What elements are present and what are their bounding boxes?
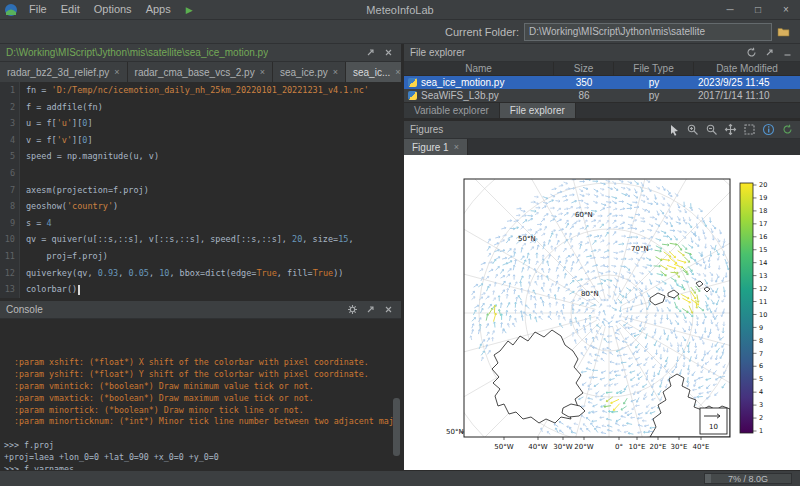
- console-title: Console: [6, 304, 43, 315]
- column-header[interactable]: Name: [404, 62, 554, 75]
- svg-text:15: 15: [759, 246, 767, 254]
- minimize-panel-icon[interactable]: [781, 46, 794, 59]
- panel-tab-variable-explorer[interactable]: Variable explorer: [404, 103, 500, 118]
- console-line: +proj=laea +lon_0=0 +lat_0=90 +x_0=0 +y_…: [4, 452, 401, 464]
- minimize-button[interactable]: ─: [716, 0, 744, 19]
- file-name: SeaWiFS_L3b.py: [421, 89, 499, 102]
- figure-canvas[interactable]: 50°N60°N70°N80°N 50°W40°W30°W20°W0°10°E2…: [404, 155, 800, 470]
- app-window: FileEditOptionsApps ▶ MeteoInfoLab ─□× C…: [0, 0, 800, 486]
- run-icon[interactable]: ▶: [178, 5, 201, 15]
- code-area[interactable]: 1fn = 'D:/Temp/nc/icemotion_daily_nh_25k…: [0, 82, 401, 298]
- menu-apps[interactable]: Apps: [139, 0, 178, 19]
- editor-tab[interactable]: radar_bz2_3d_relief.py×: [0, 62, 128, 82]
- tab-close-icon[interactable]: ×: [454, 142, 459, 152]
- maximize-button[interactable]: □: [744, 0, 772, 19]
- tab-close-icon[interactable]: ×: [114, 67, 119, 77]
- column-header[interactable]: File Type: [614, 62, 694, 75]
- svg-text:5: 5: [759, 375, 763, 383]
- line-number: 1: [0, 82, 20, 99]
- console-line: :param xshift: (*float*) X shift of the …: [4, 357, 401, 369]
- figures-title: Figures: [410, 124, 443, 135]
- editor-tab-strip: radar_bz2_3d_relief.py×radar_cma_base_vc…: [0, 62, 401, 82]
- editor-tab-label: radar_cma_base_vcs_2.py: [135, 67, 255, 78]
- line-number: 6: [0, 165, 20, 182]
- quiver-key: 10: [700, 408, 727, 434]
- settings-gear-icon[interactable]: [346, 303, 359, 316]
- refresh-icon[interactable]: [745, 46, 758, 59]
- identify-icon[interactable]: [762, 123, 775, 136]
- close-panel-icon[interactable]: [382, 303, 395, 316]
- editor-tab[interactable]: radar_cma_base_vcs_2.py×: [128, 62, 273, 82]
- file-date-modified: 2023/9/25 11:45: [694, 76, 800, 89]
- close-button[interactable]: ×: [772, 0, 800, 19]
- float-panel-icon[interactable]: [763, 46, 776, 59]
- console-line: >>> f.proj: [4, 440, 401, 452]
- svg-text:40°W: 40°W: [528, 443, 547, 451]
- svg-text:30°E: 30°E: [671, 443, 688, 451]
- menu-file[interactable]: File: [22, 0, 54, 19]
- float-panel-icon[interactable]: [364, 46, 377, 59]
- console-line: :param vmaxtick: (*boolean*) Draw maximu…: [4, 393, 401, 405]
- current-folder-input[interactable]: [524, 23, 772, 41]
- console-panel: Console :param xshift: (*float*) X shift…: [0, 298, 401, 470]
- cb-ticks: 2019181716151413121110987654321: [753, 181, 767, 435]
- svg-text:3: 3: [759, 401, 763, 409]
- app-icon: [4, 3, 18, 17]
- memory-indicator[interactable]: 7% / 8.0G: [704, 473, 792, 484]
- column-header[interactable]: Size: [554, 62, 614, 75]
- code-line: 5speed = np.magnitude(u, v): [0, 148, 401, 165]
- line-number: 13: [0, 281, 20, 298]
- file-row[interactable]: sea_ice_motion.py350py2023/9/25 11:45: [404, 76, 800, 89]
- code-line: 7axesm(projection=f.proj): [0, 182, 401, 199]
- console-line: [4, 428, 401, 440]
- code-line: 9s = 4: [0, 215, 401, 232]
- figures-header: Figures: [404, 121, 800, 139]
- close-panel-icon[interactable]: [382, 46, 395, 59]
- svg-text:50°N: 50°N: [518, 235, 536, 243]
- rotate-icon[interactable]: [781, 123, 794, 136]
- svg-text:18: 18: [759, 207, 767, 215]
- tab-close-icon[interactable]: ×: [395, 67, 400, 77]
- svg-text:30°W: 30°W: [553, 443, 572, 451]
- tab-close-icon[interactable]: ×: [333, 67, 338, 77]
- figure-tab[interactable]: Figure 1 ×: [404, 139, 468, 155]
- float-panel-icon[interactable]: [364, 303, 377, 316]
- code-line: 12quiverkey(qv, 0.93, 0.05, 10, bbox=dic…: [0, 265, 401, 282]
- code-line: 10qv = quiver(u[::s,::s], v[::s,::s], sp…: [0, 231, 401, 248]
- menu-edit[interactable]: Edit: [54, 0, 87, 19]
- code-line: 2f = addfile(fn): [0, 99, 401, 116]
- file-type: py: [614, 89, 694, 102]
- menu-options[interactable]: Options: [87, 0, 139, 19]
- toolbar: Current Folder:: [0, 20, 800, 44]
- zoom-in-icon[interactable]: [686, 123, 699, 136]
- pan-icon[interactable]: [724, 123, 737, 136]
- line-number: 5: [0, 148, 20, 165]
- full-extent-icon[interactable]: [743, 123, 756, 136]
- svg-text:20: 20: [759, 181, 767, 189]
- zoom-out-icon[interactable]: [705, 123, 718, 136]
- svg-text:40°E: 40°E: [693, 443, 710, 451]
- editor-tab[interactable]: sea_ice.py×: [273, 62, 346, 82]
- line-number: 11: [0, 248, 20, 265]
- file-row[interactable]: SeaWiFS_L3b.py86py2017/1/14 11:10: [404, 89, 800, 102]
- svg-text:1: 1: [759, 427, 763, 435]
- panel-tab-file-explorer[interactable]: File explorer: [500, 103, 576, 118]
- file-date-modified: 2017/1/14 11:10: [694, 89, 800, 102]
- title-bar: FileEditOptionsApps ▶ MeteoInfoLab ─□×: [0, 0, 800, 20]
- svg-text:60°N: 60°N: [575, 211, 593, 219]
- column-header[interactable]: Date Modified: [694, 62, 800, 75]
- code-line: 3u = f['u'][0]: [0, 115, 401, 132]
- svg-text:14: 14: [759, 259, 767, 267]
- editor-tab[interactable]: sea_ic...×: [346, 62, 401, 82]
- line-number: 9: [0, 215, 20, 232]
- svg-text:80°N: 80°N: [581, 290, 599, 298]
- select-arrow-icon[interactable]: [667, 123, 680, 136]
- explorer-bottom-tabs: Variable explorerFile explorer: [404, 102, 800, 118]
- console-scrollbar[interactable]: [393, 398, 400, 456]
- line-number: 10: [0, 231, 20, 248]
- browse-folder-icon[interactable]: [777, 25, 790, 38]
- file-explorer-title: File explorer: [410, 47, 465, 58]
- tab-close-icon[interactable]: ×: [260, 67, 265, 77]
- code-line: 11 proj=f.proj): [0, 248, 401, 265]
- console-body[interactable]: :param xshift: (*float*) X shift of the …: [0, 319, 401, 470]
